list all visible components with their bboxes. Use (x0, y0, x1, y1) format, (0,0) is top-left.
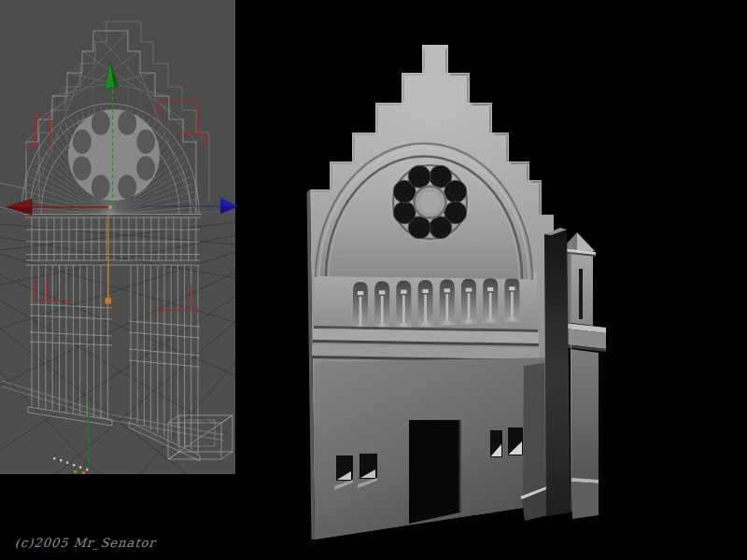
ground-texture (0, 213, 235, 474)
rendered-building (254, 0, 609, 539)
tower-shaft (571, 349, 599, 483)
application-canvas: (c)2005 Mr_Senator (0, 0, 747, 560)
tower-shadow-strip (523, 363, 545, 507)
gizmo-center[interactable] (108, 205, 112, 209)
wireframe-viewport[interactable] (0, 0, 239, 474)
tower-front-pilaster (544, 229, 571, 516)
gizmo-screen-handle[interactable] (106, 298, 112, 304)
doorway (409, 420, 460, 524)
rose-window-wireframe (68, 109, 160, 201)
turret-pediment-right (577, 232, 595, 251)
turret-slit-window (579, 269, 583, 319)
rose-window (391, 163, 470, 242)
watermark: (c)2005 Mr_Senator (14, 536, 156, 550)
